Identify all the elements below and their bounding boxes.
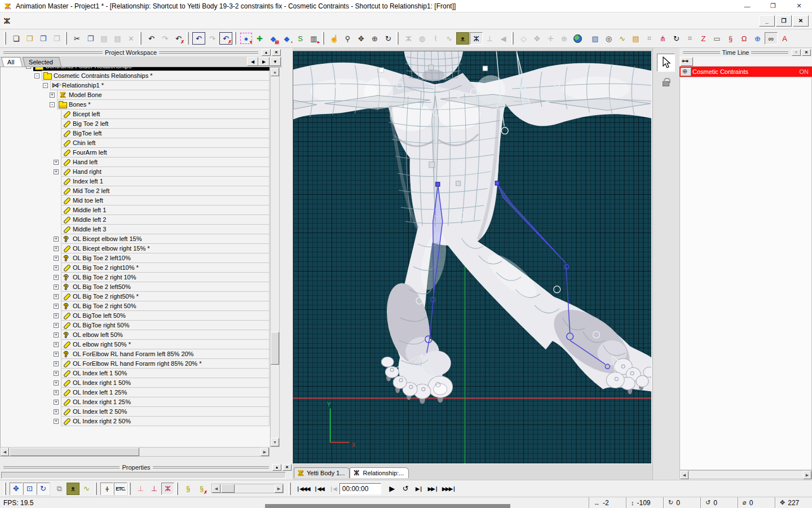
save-model-button[interactable]: ◆▪ — [280, 32, 293, 45]
toolbar-grab-handle[interactable] — [95, 483, 99, 495]
next-keyframe-button[interactable]: ▶▶❘ — [426, 483, 440, 495]
tree-row[interactable]: + OL Big Toe 2 right50% * — [61, 291, 270, 301]
tree-vertical-scrollbar[interactable]: ▲ ▼ — [270, 67, 280, 447]
model-to-film-button[interactable]: ◆▤ — [267, 32, 280, 45]
tree-row[interactable]: - Bones * — [57, 99, 270, 110]
go-to-start-button[interactable]: ❘◀◀◀ — [294, 483, 311, 495]
tab-menu[interactable]: ▼ — [270, 57, 281, 66]
loop-button[interactable]: ↺ — [399, 483, 412, 495]
toolbar-grab-handle[interactable] — [187, 32, 191, 45]
properties-close-button[interactable]: ✕ — [283, 464, 292, 471]
scroll-right-button[interactable]: ▶ — [803, 471, 811, 479]
new-file-button[interactable]: ❏ — [10, 32, 23, 45]
zoom-fit-button[interactable]: ✥ — [355, 32, 368, 45]
viewport-canvas[interactable]: Y X — [293, 51, 651, 463]
zoom-region-button[interactable]: ⊕ — [368, 32, 381, 45]
toolbar-grab-handle[interactable] — [176, 483, 180, 495]
save-snapshot-button[interactable]: S — [294, 32, 307, 45]
paste-special-button[interactable]: ▤ — [111, 32, 124, 45]
duplicate-model-button[interactable]: ●▾ — [240, 32, 253, 45]
tree-row[interactable]: + Hand right — [61, 167, 270, 177]
ruler-button[interactable]: ▭ — [710, 32, 723, 45]
timecode-input[interactable] — [339, 483, 381, 494]
tree-expander[interactable]: + — [54, 380, 59, 386]
mdi-document-icon[interactable]: ⵣ — [0, 16, 14, 25]
properties-collapse-button[interactable]: ▲ — [272, 464, 281, 471]
tree-row[interactable]: Index left 1 — [61, 176, 270, 186]
muscle-mode-button[interactable]: ∿ — [443, 32, 456, 45]
pose-list-button[interactable]: ▤ — [629, 32, 642, 45]
play-button[interactable]: ▶ — [386, 483, 399, 495]
scroll-down-button[interactable]: ▼ — [271, 438, 279, 446]
font-tool-button[interactable]: A — [778, 32, 791, 45]
film-strip-button[interactable]: ▥▸ — [307, 32, 320, 45]
tree-expander[interactable]: + — [54, 419, 59, 424]
rotate-manipulator-button[interactable]: ↻ — [37, 483, 50, 495]
tree-row[interactable]: + OL Big Toe 2 left50% — [61, 282, 270, 292]
tree-row[interactable]: FourArm left — [61, 147, 270, 157]
tree-row[interactable]: + OL elbow left 50% — [61, 330, 270, 340]
cut-button[interactable]: ✂ — [70, 32, 83, 45]
tree-row[interactable]: + OL Index right 1 25% — [61, 397, 270, 407]
scroll-thumb[interactable] — [10, 448, 139, 456]
lock-button[interactable] — [659, 75, 673, 89]
paste-button[interactable]: ▤ — [98, 32, 111, 45]
timeline-close-button[interactable]: ✕ — [802, 49, 811, 56]
pin-button[interactable] — [681, 57, 693, 66]
turn-redo-button[interactable]: ↷ — [206, 32, 219, 45]
timeline-body[interactable] — [679, 77, 812, 470]
tree-row[interactable]: + OL Index right 2 50% — [61, 416, 270, 426]
tree-row[interactable]: + OL ForElbow RL hand Forarm left 85% 20… — [61, 349, 270, 359]
scroll-left-button[interactable]: ◀ — [680, 471, 689, 479]
bone-key-button[interactable]: ∿ — [80, 483, 93, 495]
grid-snap-button[interactable]: ⌗ — [643, 32, 656, 45]
toolbar-grab-handle[interactable] — [139, 32, 143, 45]
tree-expander[interactable]: + — [54, 294, 59, 299]
open-file-button[interactable]: ❒ — [23, 32, 36, 45]
tree-expander[interactable]: + — [54, 246, 59, 251]
tree-expander[interactable]: + — [54, 390, 59, 395]
tree-expander[interactable]: + — [54, 313, 59, 318]
tree-row[interactable]: + OL elbow right 50% * — [61, 339, 270, 349]
onion-skin-button[interactable]: ⧉ — [53, 483, 66, 495]
toolbar-grab-handle[interactable] — [396, 32, 400, 45]
bone-mode-button[interactable]: ⌇ — [429, 32, 442, 45]
add-locked-button[interactable]: ✚ — [253, 32, 266, 45]
refresh-view-button[interactable]: ↻ — [382, 32, 395, 45]
save-all-button[interactable]: ❐ — [37, 32, 50, 45]
undo-button[interactable]: ↶ — [145, 32, 158, 45]
tree-row[interactable]: + OL Index right 1 50% — [61, 378, 270, 388]
tree-expander[interactable]: - — [34, 73, 39, 78]
copy-button[interactable]: ❐ — [84, 32, 97, 45]
mdi-minimize-button[interactable]: _ — [759, 15, 775, 27]
tree-row[interactable]: + OL Index left 1 25% — [61, 387, 270, 397]
scroll-right-button[interactable]: ▶ — [275, 484, 283, 493]
translate-manipulator-button[interactable]: ✥ — [10, 483, 23, 495]
tree-row[interactable]: + OL Big Toe 2 right10% * — [61, 262, 270, 273]
tree-row[interactable]: Middle left 2 — [61, 214, 270, 225]
tree-expander[interactable]: + — [54, 352, 59, 357]
tab-relationship[interactable]: Relationship:... — [350, 467, 409, 478]
tree-expander[interactable]: + — [54, 371, 59, 376]
tree-row[interactable]: + Model Bone — [57, 90, 270, 100]
tree-expander[interactable]: + — [54, 332, 59, 338]
tree-row[interactable]: + OL Bicept elbow left 15% — [61, 234, 270, 244]
tab-yetti-body[interactable]: Yetti Body 1... — [294, 467, 350, 478]
tree-row[interactable]: BigToe left — [61, 128, 270, 138]
pose-mode-button[interactable]: ⊥ — [483, 32, 496, 45]
close-button[interactable]: ✕ — [786, 0, 812, 12]
timeline-track-cosmetic-constraints[interactable]: Cosmetic Contraints ON — [679, 67, 812, 77]
tree-expander[interactable]: + — [54, 400, 59, 405]
bone-chain-button[interactable]: ∿ — [616, 32, 629, 45]
turn-delete-button[interactable]: ↶✗ — [219, 32, 232, 45]
skeletal-mode-button[interactable]: ⵣ — [470, 32, 483, 45]
tree-expander[interactable]: + — [54, 237, 59, 242]
chain-link-button[interactable]: ∞ — [765, 32, 778, 45]
redo-button[interactable]: ↷ — [158, 32, 171, 45]
menu-item[interactable] — [41, 19, 50, 23]
scroll-left-button[interactable]: ◀ — [1, 448, 9, 456]
prev-keyframe-button[interactable]: ❘◀◀ — [312, 483, 325, 495]
key-model-button[interactable]: ⵣ — [161, 483, 174, 495]
save-button[interactable]: ❐ — [50, 32, 63, 45]
tree-expander[interactable]: + — [54, 275, 59, 280]
